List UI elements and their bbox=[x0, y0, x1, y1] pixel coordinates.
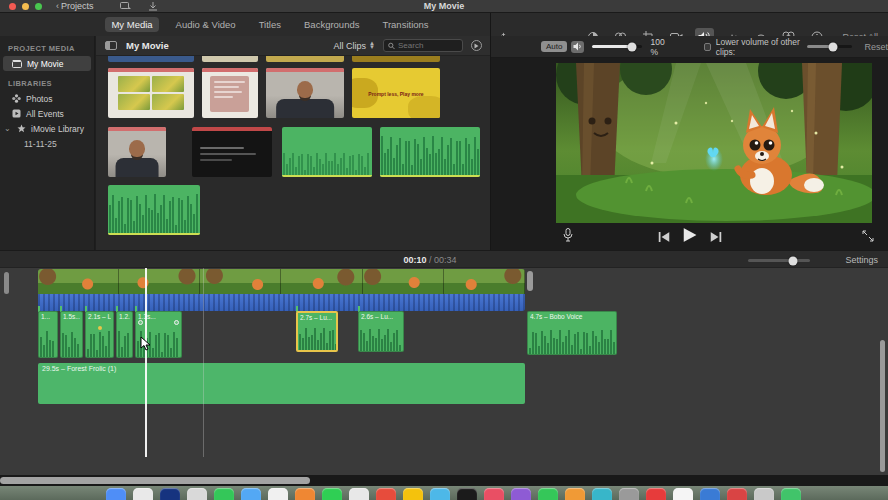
media-thumbnail-sliver[interactable] bbox=[108, 56, 194, 62]
media-thumbnail-audio[interactable] bbox=[108, 185, 200, 235]
transport-bar bbox=[491, 226, 888, 248]
previous-frame-button[interactable] bbox=[658, 228, 669, 246]
fullscreen-icon[interactable] bbox=[862, 228, 874, 246]
music-clip-label: 29.5s – Forest Frolic (1) bbox=[42, 365, 116, 372]
filmstrip-frame bbox=[200, 269, 281, 294]
playhead[interactable] bbox=[145, 268, 147, 457]
media-thumbnail-document[interactable] bbox=[202, 68, 258, 118]
dock-app-icon[interactable] bbox=[565, 488, 585, 500]
media-thumbnail-sliver[interactable] bbox=[352, 56, 440, 62]
media-thumbnail-sliver[interactable] bbox=[266, 56, 344, 62]
fox-forest-frame bbox=[556, 63, 872, 223]
video-viewer[interactable] bbox=[556, 63, 872, 223]
dock-app-icon[interactable] bbox=[241, 488, 261, 500]
dock-app-icon[interactable] bbox=[727, 488, 747, 500]
media-thumbnail-terminal[interactable] bbox=[192, 127, 272, 177]
background-music-clip[interactable]: 29.5s – Forest Frolic (1) bbox=[38, 363, 525, 404]
timeline-vertical-scrollbar[interactable] bbox=[4, 272, 9, 294]
dock-app-icon[interactable] bbox=[511, 488, 531, 500]
dock-app-icon[interactable] bbox=[349, 488, 369, 500]
dock-app-icon[interactable] bbox=[673, 488, 693, 500]
media-thumbnail-screen-grid[interactable] bbox=[108, 68, 194, 118]
current-time: 00:10 bbox=[403, 255, 426, 265]
fade-handle[interactable] bbox=[174, 320, 179, 325]
media-thumbnail-sliver[interactable] bbox=[202, 56, 258, 62]
total-duration: 00:34 bbox=[434, 255, 457, 265]
right-vertical-scrollbar[interactable] bbox=[880, 340, 885, 472]
filmstrip-frame bbox=[363, 269, 444, 294]
dock-app-icon[interactable] bbox=[646, 488, 666, 500]
horizontal-scrollbar-track[interactable] bbox=[0, 475, 888, 486]
filmstrip bbox=[38, 269, 525, 294]
audio-clip[interactable]: 1.2... bbox=[116, 311, 133, 358]
dock-app-icon[interactable] bbox=[295, 488, 315, 500]
dock-app-icon[interactable] bbox=[403, 488, 423, 500]
audio-clip[interactable]: 1.5s... bbox=[60, 311, 83, 358]
snap-guide-line bbox=[203, 268, 204, 457]
voiceover-mic-icon[interactable] bbox=[563, 228, 573, 246]
fade-handle[interactable] bbox=[138, 320, 143, 325]
audio-clip-label: 2.6s – Lu... bbox=[361, 313, 401, 320]
dock-app-icon[interactable] bbox=[160, 488, 180, 500]
dock-app-icon[interactable] bbox=[376, 488, 396, 500]
dock-app-icon[interactable] bbox=[214, 488, 234, 500]
dock-app-icon[interactable] bbox=[268, 488, 288, 500]
dock-app-icon[interactable] bbox=[187, 488, 207, 500]
dock-app-icon[interactable] bbox=[430, 488, 450, 500]
banner-text: Prompt less, Play more bbox=[352, 91, 440, 97]
dock-app-icon[interactable] bbox=[781, 488, 801, 500]
audio-clip-selected[interactable]: 2.7s – Lu... bbox=[296, 311, 338, 352]
audio-clip[interactable]: 1.3s... bbox=[135, 311, 182, 358]
media-thumbnail-audio[interactable] bbox=[380, 127, 480, 177]
filmstrip-frame bbox=[119, 269, 200, 294]
media-browser: My Movie All Clips ▲▼ Prompt less, Play … bbox=[96, 36, 490, 250]
dock-app-icon[interactable] bbox=[619, 488, 639, 500]
audio-clip[interactable]: 1... bbox=[38, 311, 58, 358]
imovie-window: ‹ Projects My Movie My MediaAudio & Vide… bbox=[0, 0, 888, 500]
timeline-video-clip[interactable] bbox=[38, 269, 525, 311]
media-thumbnail-audio-yellow[interactable] bbox=[282, 127, 372, 177]
play-button[interactable] bbox=[683, 228, 696, 246]
dock-app-icon[interactable] bbox=[592, 488, 612, 500]
filmstrip-frame bbox=[444, 269, 525, 294]
video-audio-waveform-bar bbox=[38, 294, 525, 311]
next-frame-button[interactable] bbox=[710, 228, 721, 246]
audio-clip-label: 2.7s – Lu... bbox=[300, 314, 334, 321]
audio-clip-label: 1.2... bbox=[119, 313, 130, 320]
dock-app-icon[interactable] bbox=[322, 488, 342, 500]
timeline-zoom-slider[interactable] bbox=[748, 259, 810, 262]
dock-app-icon[interactable] bbox=[457, 488, 477, 500]
audio-clip[interactable]: 4.7s – Bobo Voice bbox=[527, 311, 617, 355]
dock-app-icon[interactable] bbox=[700, 488, 720, 500]
timecode-display: 00:10 / 00:34 bbox=[403, 255, 456, 265]
dock-app-icon[interactable] bbox=[484, 488, 504, 500]
timeline-header: 00:10 / 00:34 Settings bbox=[0, 250, 888, 268]
time-separator: / bbox=[429, 255, 432, 265]
audio-clip[interactable]: 2.6s – Lu... bbox=[358, 311, 404, 352]
dock-app-icon[interactable] bbox=[106, 488, 126, 500]
audio-clip-label: 1.5s... bbox=[63, 313, 80, 320]
audio-clip[interactable]: 2.1s – L... bbox=[85, 311, 114, 358]
preview-pane bbox=[491, 58, 888, 250]
media-thumbnail-person[interactable] bbox=[266, 68, 344, 118]
media-thumbnail-person[interactable] bbox=[108, 127, 166, 177]
settings-button[interactable]: Settings bbox=[845, 255, 878, 265]
horizontal-scrollbar-thumb[interactable] bbox=[0, 477, 310, 484]
audio-clip-label: 1... bbox=[41, 313, 55, 320]
dock-app-icon[interactable] bbox=[538, 488, 558, 500]
clip-trim-handle[interactable] bbox=[527, 271, 533, 291]
macos-dock[interactable] bbox=[0, 486, 888, 500]
media-thumbnail-banner[interactable]: Prompt less, Play more bbox=[352, 68, 440, 118]
filmstrip-frame bbox=[281, 269, 362, 294]
audio-clip-label: 2.1s – L... bbox=[88, 313, 111, 320]
filmstrip-frame bbox=[38, 269, 119, 294]
audio-clip-label: 4.7s – Bobo Voice bbox=[530, 313, 614, 320]
timeline: 1...1.5s...2.1s – L...1.2...1.3s...2.7s … bbox=[0, 268, 888, 475]
dock-app-icon[interactable] bbox=[754, 488, 774, 500]
dock-app-icon[interactable] bbox=[133, 488, 153, 500]
